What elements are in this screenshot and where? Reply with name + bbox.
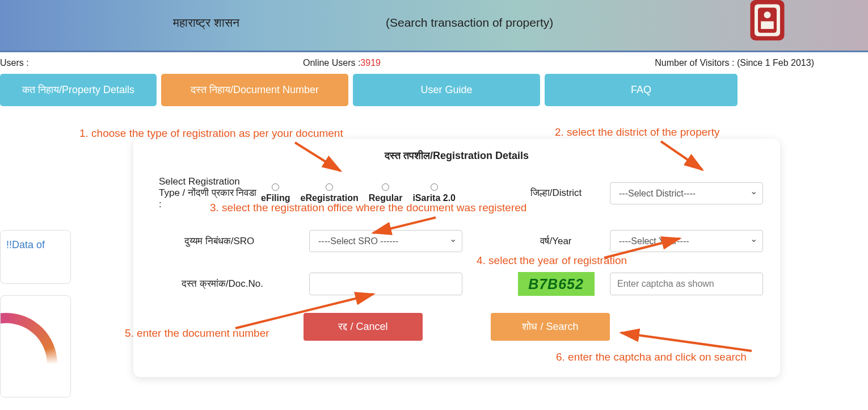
header-subtitle-center: (Search transaction of property): [386, 16, 553, 30]
side-data-text: !!Data of: [6, 239, 45, 250]
svg-point-3: [764, 11, 771, 18]
search-button[interactable]: शोध / Search: [491, 313, 610, 341]
side-data-panel: !!Data of: [0, 230, 71, 284]
year-select[interactable]: ----Select Year----: [610, 230, 763, 252]
annotation-2: 2. select the district of the property: [555, 126, 719, 139]
radio-isarita[interactable]: iSarita 2.0: [412, 183, 456, 203]
tab-document-number[interactable]: दस्त निहाय/Document Number: [161, 74, 348, 106]
sro-select[interactable]: ----Select SRO ------: [309, 230, 462, 252]
docno-input[interactable]: [309, 273, 462, 295]
year-label: वर्ष/Year: [502, 236, 610, 247]
card-title: दस्त तपशील/Registration Details: [150, 150, 763, 162]
users-label: Users :: [0, 58, 29, 68]
svg-rect-4: [761, 22, 774, 30]
tab-bar: कत निहाय/Property Details दस्त निहाय/Doc…: [0, 74, 868, 106]
online-users-count: 3919: [360, 58, 381, 68]
district-label: जिल्हा/District: [502, 187, 610, 199]
captcha-image: B7B652: [518, 272, 595, 296]
tab-property-details[interactable]: कत निहाय/Property Details: [0, 74, 157, 106]
tab-user-guide[interactable]: User Guide: [353, 74, 540, 106]
tab-faq[interactable]: FAQ: [545, 74, 738, 106]
annotation-1: 1. choose the type of registration as pe…: [79, 127, 343, 140]
sro-label: दुय्यम निबंधक/SRO: [150, 236, 309, 247]
registration-details-card: दस्त तपशील/Registration Details Select R…: [133, 139, 780, 377]
cancel-button[interactable]: रद्द / Cancel: [304, 313, 423, 341]
reg-type-label: Select Registration Type / नोंदणी प्रकार…: [150, 176, 261, 210]
radio-eregistration[interactable]: eRegistration: [301, 183, 359, 203]
reg-type-radio-group: eFiling eRegistration Regular iSarita 2.…: [261, 183, 456, 203]
radio-regular[interactable]: Regular: [369, 183, 403, 203]
stats-bar: Users : Online Users :3919 Number of Vis…: [0, 52, 868, 74]
online-users-label: Online Users :: [303, 58, 360, 68]
side-circle-panel: [0, 295, 71, 398]
state-emblem-icon: [746, 0, 789, 45]
captcha-input[interactable]: [610, 273, 763, 295]
header-banner: महाराष्ट्र शासन (Search transaction of p…: [0, 0, 868, 52]
visitors-label: Number of Visitors : (Since 1 Feb 2013): [655, 58, 814, 68]
district-select[interactable]: ---Select District----: [610, 182, 763, 204]
radio-efiling[interactable]: eFiling: [261, 183, 290, 203]
header-subtitle-left: महाराष्ट्र शासन: [173, 16, 239, 30]
svg-rect-2: [758, 8, 777, 33]
docno-label: दस्त क्रमांक/Doc.No.: [150, 278, 309, 290]
